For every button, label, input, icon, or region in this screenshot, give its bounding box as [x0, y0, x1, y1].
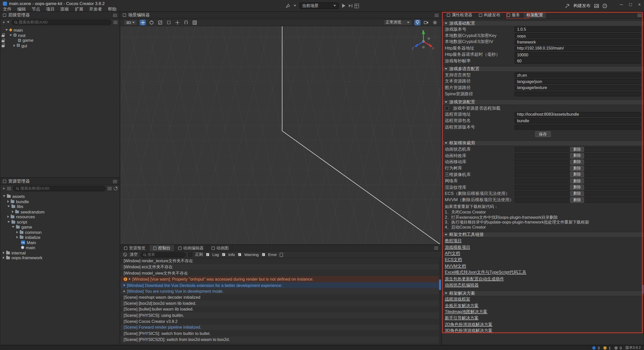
doc-link[interactable]: Excel格式转Json文件与TypeScript代码工具 — [445, 270, 526, 275]
delete-module-button[interactable]: 删除 — [570, 185, 584, 190]
console-log-row[interactable]: [Window] ecs文件夹不存在 — [120, 264, 441, 270]
crypto-iv-input[interactable]: framework — [515, 39, 641, 45]
image-icon[interactable] — [594, 4, 599, 8]
remote-load-checkbox[interactable] — [445, 106, 449, 110]
anchor-tool-icon[interactable] — [174, 20, 180, 25]
hierarchy-node-game[interactable]: game — [1, 38, 119, 43]
asset-node-libs[interactable]: libs — [1, 204, 119, 209]
view-mode-dropdown[interactable]: 正常浏览 — [383, 20, 412, 25]
step-button[interactable] — [348, 4, 351, 7]
doc-link[interactable]: ECS文档 — [445, 257, 462, 263]
camera-icon[interactable] — [423, 20, 429, 25]
scene-menu-icon[interactable] — [434, 13, 438, 17]
move-tool-icon[interactable] — [140, 20, 146, 25]
expand-arrow-icon[interactable] — [10, 34, 12, 36]
tab-animation-editor[interactable]: 动画编辑器 — [175, 245, 208, 251]
console-log-row[interactable]: [Scene] [box2d]:box2d wasm lib loaded. — [120, 300, 441, 306]
delete-module-button[interactable]: 删除 — [570, 191, 584, 196]
asset-node-resources[interactable]: resources — [1, 214, 119, 219]
doc-link[interactable]: 动画状态机编辑器 — [445, 282, 478, 288]
scene-viewport[interactable]: Y X Z — [120, 26, 441, 244]
layout-grid-icon[interactable] — [354, 4, 359, 8]
game-version-input[interactable]: 1.0.5 — [515, 27, 641, 32]
expand-arrow-icon[interactable] — [124, 284, 125, 286]
lock-icon[interactable] — [2, 43, 5, 47]
build-publish-button[interactable]: 构建发布 — [573, 3, 591, 9]
tab-console[interactable]: 控制台 — [149, 245, 175, 251]
section-solutions[interactable]: 框架解决方案 — [442, 290, 644, 296]
language-types-input[interactable]: zh,en — [515, 72, 641, 77]
inspector-menu-icon[interactable] — [637, 13, 641, 17]
lock-icon[interactable] — [2, 33, 5, 37]
console-log-row-selected[interactable]: [Window] Download the Vue Devtools exten… — [120, 282, 441, 288]
preview-device-icon[interactable] — [285, 3, 290, 8]
asset-node-seedrandom[interactable]: seedrandom — [1, 209, 119, 214]
maximize-button[interactable]: □ — [629, 2, 632, 7]
collapsed-arrow-icon[interactable] — [14, 44, 15, 47]
spine-res-path-input[interactable] — [515, 92, 641, 97]
filter-info-checkbox[interactable]: ✓ — [222, 253, 225, 256]
filter-warning-checkbox[interactable]: ✓ — [238, 253, 242, 256]
asset-node-main-scene[interactable]: main — [1, 245, 119, 250]
expand-arrow-icon[interactable] — [124, 290, 125, 292]
tab-animation-graph[interactable]: 动画图 — [208, 245, 233, 251]
section-game-basic[interactable]: 游戏基础配置 — [442, 21, 644, 26]
console-log-row[interactable]: [Scene] meshopt wasm decoder initialized — [120, 294, 441, 300]
scale-tool-icon[interactable] — [157, 20, 163, 25]
delete-module-button[interactable]: 删除 — [570, 166, 584, 171]
asset-node-internal[interactable]: internal — [1, 250, 119, 255]
collapsed-arrow-icon[interactable] — [7, 215, 9, 218]
delete-module-button[interactable]: 删除 — [570, 197, 584, 202]
device-caret-icon[interactable] — [294, 5, 296, 7]
tab-asset-preview[interactable]: 资源预览 — [120, 245, 149, 251]
console-log-row[interactable]: [Scene] [PHYSICS2D]: switch from box2d-w… — [120, 336, 441, 342]
asset-node-bundle[interactable]: bundle — [1, 199, 119, 204]
console-menu-icon[interactable] — [434, 246, 438, 250]
minimize-button[interactable]: ─ — [620, 2, 623, 7]
console-log-row[interactable]: [Window] render_texture文件夹不存在 — [120, 258, 441, 264]
log-file-icon[interactable] — [280, 252, 283, 256]
axis-gizmo[interactable]: Y X Z — [411, 28, 436, 53]
save-button[interactable]: 保存 — [535, 132, 551, 137]
asset-node-common[interactable]: common — [1, 230, 119, 235]
play-button[interactable] — [342, 4, 345, 8]
http-server-input[interactable]: http://192.168.0.150/main/ — [515, 46, 641, 51]
solution-link[interactable]: 战棋游戏框架 — [445, 296, 470, 302]
rotate-tool-icon[interactable] — [148, 20, 154, 25]
light-bulb-icon[interactable] — [414, 20, 420, 25]
hierarchy-node-main[interactable]: main — [1, 27, 119, 32]
solution-link[interactable]: 2D角色扮演游戏解决方案 — [445, 322, 493, 327]
inspector-scrollbar-thumb[interactable] — [642, 285, 644, 294]
asset-node-main-ts[interactable]: TS Main — [1, 240, 119, 245]
delete-module-button[interactable]: 删除 — [570, 179, 584, 184]
scene-selector-dropdown[interactable]: 当前场景 — [299, 3, 339, 9]
solution-link[interactable]: Tiledmap地图解决方案 — [445, 309, 487, 315]
http-timeout-input[interactable]: 10000 — [515, 52, 641, 57]
doc-link[interactable]: 教程项目 — [445, 238, 462, 244]
doc-link[interactable]: 游戏模板项目 — [445, 244, 470, 250]
grid-snap-tool-icon[interactable] — [191, 20, 197, 25]
console-scrollbar[interactable] — [439, 258, 441, 344]
gear-icon[interactable] — [432, 20, 438, 25]
tab-property-inspector[interactable]: 属性检查器 — [444, 12, 475, 18]
console-log-row-warning[interactable]: ! [Window] [Vue warn]: Property "onInput… — [120, 276, 441, 282]
asset-node-game[interactable]: game — [1, 225, 119, 230]
crypto-key-input[interactable]: oops — [515, 33, 641, 38]
hierarchy-filter-icon[interactable] — [113, 20, 117, 24]
create-node-caret-icon[interactable] — [7, 21, 10, 23]
create-asset-button[interactable]: + — [3, 186, 5, 190]
section-modules[interactable]: 框架模块裁剪 — [442, 141, 644, 146]
hierarchy-node-root[interactable]: root — [1, 33, 119, 38]
asset-node-script[interactable]: script — [1, 219, 119, 224]
collapsed-arrow-icon[interactable] — [3, 251, 5, 254]
collapsed-arrow-icon[interactable] — [16, 231, 18, 233]
expand-arrow-icon[interactable] — [3, 195, 5, 197]
other-count-icon[interactable] — [614, 346, 618, 349]
collapsed-arrow-icon[interactable] — [3, 256, 5, 259]
clear-icon[interactable] — [123, 253, 127, 256]
refresh-icon[interactable] — [114, 187, 117, 190]
rect-tool-icon[interactable] — [166, 20, 172, 25]
asset-node-initialize[interactable]: initialize — [1, 235, 119, 240]
doc-link[interactable]: MVVM文档 — [445, 263, 466, 269]
asset-node-oops-framework[interactable]: oops-framework — [1, 255, 119, 260]
